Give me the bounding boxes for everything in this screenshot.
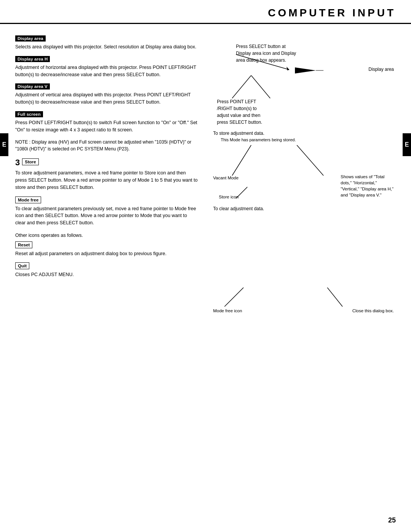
step-number: 3 (15, 158, 20, 168)
store-label: Store (22, 158, 38, 165)
bottom-annotation: Mode free icon Close this dialog box. (213, 288, 396, 333)
section-display-area-v: Display area V Adjustment of vertical ar… (15, 83, 198, 106)
section-quit: Quit Closes PC ADJUST MENU. (15, 262, 198, 278)
point-left-line1: Press POINT LEFT (217, 99, 256, 104)
svg-line-7 (297, 145, 323, 176)
to-store-text: To store adjustment data. (213, 131, 396, 136)
note-text: Display area (H/V) and Full screen canno… (15, 139, 191, 152)
close-dialog-label: Close this dialog box. (352, 308, 394, 313)
top-annotation-line1: Press SELECT button at (236, 44, 286, 49)
store-icon-label: Store icon (219, 195, 239, 199)
other-icons-text: Other icons operates as follows. (15, 232, 198, 239)
store-diagram: Vacant Mode Shows values of "Total dots,… (213, 145, 396, 202)
top-annotation-text: Press SELECT button at Display area icon… (236, 43, 296, 64)
page-number: 25 (388, 516, 396, 524)
display-area-arrow-label: Display area (368, 67, 394, 72)
reset-label: Reset (15, 241, 32, 248)
point-left-annotation: Press POINT LEFT /RIGHT button(s) to adj… (217, 98, 262, 126)
point-left-line4: press SELECT button. (217, 120, 262, 125)
main-content: Display area Selects area displayed with… (0, 24, 411, 333)
page-title: COMPUTER INPUT (15, 7, 396, 23)
clear-annotation: To clear adjustment data. (213, 206, 396, 211)
display-area-text: Selects area displayed with this project… (15, 43, 198, 51)
point-left-line2: /RIGHT button(s) to (217, 106, 256, 111)
display-area-v-label: Display area V (15, 83, 50, 89)
top-annotation-line3: area dialog box appears. (236, 58, 286, 63)
note-prefix: NOTE : (15, 139, 32, 145)
page-header: COMPUTER INPUT (0, 0, 411, 24)
bottom-diagram-svg (213, 288, 365, 318)
section-mode-free: Mode free To clear adjustment parameters… (15, 197, 198, 227)
svg-line-5 (251, 75, 270, 98)
reset-text: Reset all adjust parameters on adjustmen… (15, 250, 198, 257)
mode-free-text: To clear adjustment parameters previousl… (15, 205, 198, 227)
mode-free-label: Mode free (15, 197, 41, 203)
side-bar-right: E (403, 133, 411, 156)
store-annotation: To store adjustment data. This Mode has … (213, 131, 396, 202)
section-display-area-h: Display area H Adjustment of horizontal … (15, 56, 198, 78)
display-area-v-text: Adjustment of vertical area displayed wi… (15, 91, 198, 106)
display-area-label: Display area (15, 35, 46, 42)
store-text: To store adjustment parameters, move a r… (15, 169, 198, 191)
svg-line-4 (232, 75, 251, 98)
side-bar-letter-left: E (2, 141, 6, 148)
note-block: NOTE : Display area (H/V) and Full scree… (15, 139, 198, 152)
to-clear-text: To clear adjustment data. (213, 206, 396, 211)
right-column: Press SELECT button at Display area icon… (206, 35, 396, 333)
side-bar-left: E (0, 133, 8, 156)
section-store: 3 Store To store adjustment parameters, … (15, 158, 198, 191)
mode-free-icon-label: Mode free icon (213, 308, 242, 313)
svg-line-6 (232, 145, 251, 176)
side-bar-letter-right: E (405, 141, 409, 148)
vacant-mode-label: Vacant Mode (213, 176, 239, 180)
quit-label: Quit (15, 262, 29, 269)
section-full-screen: Full screen Press POINT LEFT/RIGHT butto… (15, 111, 198, 134)
section-display-area: Display area Selects area displayed with… (15, 35, 198, 51)
display-area-right-label: Display area (368, 67, 394, 72)
step3-header: 3 Store (15, 158, 198, 168)
quit-text: Closes PC ADJUST MENU. (15, 271, 198, 278)
svg-marker-1 (287, 67, 289, 70)
top-annotation-line2: Display area icon and Display (236, 51, 296, 56)
point-left-line3: adjust value and then (217, 113, 260, 118)
svg-line-9 (225, 288, 244, 307)
display-area-h-label: Display area H (15, 56, 50, 62)
svg-marker-2 (295, 67, 316, 73)
left-column: Display area Selects area displayed with… (15, 35, 206, 333)
shows-values-text: Shows values of "Total dots," "Horizonta… (341, 174, 394, 198)
section-reset: Reset Reset all adjust parameters on adj… (15, 241, 198, 257)
mode-note-text: This Mode has parameters being stored. (213, 137, 396, 142)
svg-line-10 (327, 288, 342, 307)
display-area-h-text: Adjustment of horizontal area displayed … (15, 64, 198, 78)
top-diagram: Press SELECT button at Display area icon… (213, 39, 396, 115)
full-screen-label: Full screen (15, 111, 43, 117)
full-screen-text: Press POINT LEFT/RIGHT button(s) to swit… (15, 119, 198, 134)
